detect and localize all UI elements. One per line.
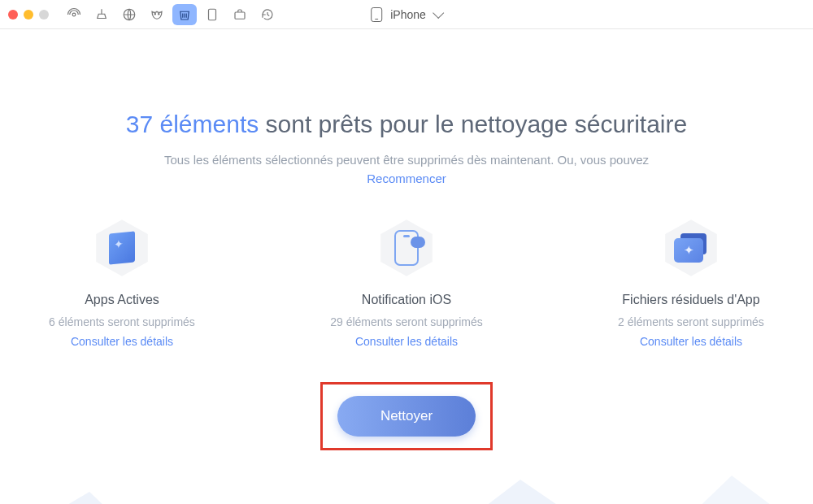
restart-link[interactable]: Recommencer xyxy=(0,172,813,185)
card-title: Notification iOS xyxy=(362,293,451,307)
close-window-button[interactable] xyxy=(8,10,18,20)
globe-icon[interactable] xyxy=(117,4,141,25)
window-controls xyxy=(8,10,49,20)
card-title: Apps Actives xyxy=(85,293,159,307)
headline-text: sont prêts pour le nettoyage sécuritaire xyxy=(266,111,688,137)
briefcase-icon[interactable] xyxy=(228,4,252,25)
card-residual-files: ✦ Fichiers résiduels d'App 2 éléments se… xyxy=(606,218,776,348)
titlebar: iPhone xyxy=(0,0,813,29)
background-mountains xyxy=(0,447,813,504)
card-sub: 2 éléments seront supprimés xyxy=(618,315,764,328)
card-notification-ios: Notification iOS 29 éléments seront supp… xyxy=(321,218,492,348)
phone-icon xyxy=(371,7,382,22)
clean-button[interactable]: Nettoyer xyxy=(337,396,476,437)
card-title: Fichiers résiduels d'App xyxy=(622,293,759,307)
clean-button-highlight: Nettoyer xyxy=(320,382,493,450)
chevron-down-icon xyxy=(433,7,444,18)
trash-icon[interactable] xyxy=(172,4,197,25)
residual-files-icon: ✦ xyxy=(661,218,721,278)
card-details-link[interactable]: Consulter les détails xyxy=(71,335,173,348)
card-details-link[interactable]: Consulter les détails xyxy=(355,335,458,348)
notification-ios-icon xyxy=(376,218,437,278)
card-apps-actives: Apps Actives 6 éléments seront supprimés… xyxy=(37,218,207,348)
device-picker[interactable]: iPhone xyxy=(371,7,442,22)
fullscreen-window-button[interactable] xyxy=(39,10,49,20)
headline: 37 éléments sont prêts pour le nettoyage… xyxy=(0,111,813,138)
apps-actives-icon xyxy=(92,218,152,278)
card-details-link[interactable]: Consulter les détails xyxy=(640,335,742,348)
subtitle: Tous les éléments sélectionnés peuvent ê… xyxy=(0,153,813,167)
svg-rect-4 xyxy=(209,9,216,20)
headline-count: 37 éléments xyxy=(126,111,259,137)
minimize-window-button[interactable] xyxy=(24,10,33,20)
mask-icon[interactable] xyxy=(145,4,169,25)
device-label: iPhone xyxy=(390,8,426,21)
svg-point-3 xyxy=(159,13,160,15)
tablet-icon[interactable] xyxy=(200,4,224,25)
main-content: 37 éléments sont prêts pour le nettoyage… xyxy=(0,111,813,504)
card-sub: 6 éléments seront supprimés xyxy=(49,315,195,328)
history-icon[interactable] xyxy=(255,4,280,25)
svg-point-0 xyxy=(72,13,76,16)
brush-icon[interactable] xyxy=(89,4,114,25)
svg-point-2 xyxy=(154,13,156,15)
toolbar xyxy=(62,4,280,25)
cards-row: Apps Actives 6 éléments seront supprimés… xyxy=(0,218,813,348)
svg-rect-6 xyxy=(235,12,245,19)
wifi-icon[interactable] xyxy=(62,4,86,25)
card-sub: 29 éléments seront supprimés xyxy=(330,315,483,328)
